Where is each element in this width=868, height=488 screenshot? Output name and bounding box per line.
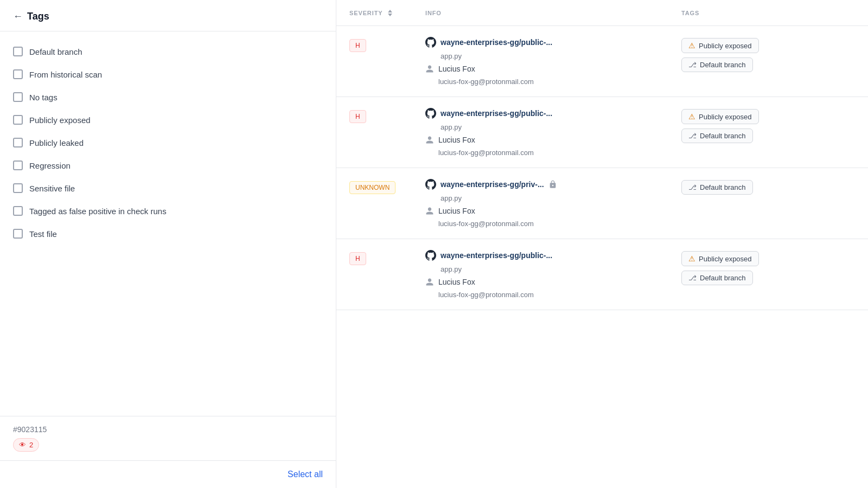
option-label-no_tags: No tags xyxy=(29,93,58,102)
severity-badge: h xyxy=(349,252,366,265)
filter-option[interactable]: No tags xyxy=(0,86,336,108)
table-header: SEVERITY INFO TAGS xyxy=(336,0,868,26)
branch-icon: ⎇ xyxy=(688,183,697,191)
option-label-test_file: Test file xyxy=(29,229,57,239)
checkbox-no_tags[interactable] xyxy=(13,92,23,102)
cell-severity: unknown xyxy=(349,179,425,228)
file-name: app.py xyxy=(441,194,681,202)
checkbox-from_historical_scan[interactable] xyxy=(13,69,23,79)
filter-panel-title: Tags xyxy=(27,11,49,22)
option-label-sensitive_file: Sensitive file xyxy=(29,184,75,193)
filter-option[interactable]: Regression xyxy=(0,154,336,177)
warning-icon: ⚠ xyxy=(688,112,695,121)
back-arrow[interactable]: ← xyxy=(13,11,23,22)
views-badge: 👁 2 xyxy=(13,438,39,452)
filter-option[interactable]: Publicly leaked xyxy=(0,131,336,154)
checkbox-publicly_leaked[interactable] xyxy=(13,138,23,147)
repo-name[interactable]: wayne-enterprises-gg/public-... xyxy=(441,109,552,118)
branch-icon: ⎇ xyxy=(688,61,697,69)
warning-icon: ⚠ xyxy=(688,41,695,50)
main-panel: SEVERITY INFO TAGS hwayne-enterprises-gg… xyxy=(336,0,868,488)
person-icon xyxy=(425,136,434,144)
sort-down-icon xyxy=(388,14,392,16)
option-label-regression: Regression xyxy=(29,161,71,170)
person-icon xyxy=(425,278,434,286)
author-name: Lucius Fox xyxy=(438,65,475,73)
repo-row: wayne-enterprises-gg/public-... xyxy=(425,250,681,261)
github-icon xyxy=(425,108,436,119)
severity-badge: unknown xyxy=(349,181,395,194)
cell-info: wayne-enterprises-gg/public-...app.pyLuc… xyxy=(425,108,681,157)
file-name: app.py xyxy=(441,52,681,60)
sort-up-icon xyxy=(388,10,392,12)
author-email: lucius-fox-gg@protonmail.com xyxy=(438,149,681,157)
cell-info: wayne-enterprises-gg/priv-...app.pyLuciu… xyxy=(425,179,681,228)
tag-label: Default branch xyxy=(700,274,746,282)
tag-badge: ⎇Default branch xyxy=(681,180,753,195)
filter-option[interactable]: Tagged as false positive in check runs xyxy=(0,200,336,222)
table-row[interactable]: hwayne-enterprises-gg/public-...app.pyLu… xyxy=(336,239,868,310)
tag-label: Publicly exposed xyxy=(699,113,752,121)
col-severity-header: SEVERITY xyxy=(349,10,425,16)
cell-severity: h xyxy=(349,108,425,157)
tag-badge: ⎇Default branch xyxy=(681,129,753,143)
tag-label: Default branch xyxy=(700,132,746,140)
branch-icon: ⎇ xyxy=(688,274,697,282)
cell-tags: ⚠Publicly exposed⎇Default branch xyxy=(681,250,855,299)
person-icon xyxy=(425,207,434,215)
tag-label: Publicly exposed xyxy=(699,255,752,263)
checkbox-test_file[interactable] xyxy=(13,229,23,239)
option-label-tagged_as_false_positive: Tagged as false positive in check runs xyxy=(29,207,167,216)
author-email: lucius-fox-gg@protonmail.com xyxy=(438,291,681,299)
cell-tags: ⚠Publicly exposed⎇Default branch xyxy=(681,37,855,86)
repo-name[interactable]: wayne-enterprises-gg/priv-... xyxy=(441,180,544,189)
checkbox-sensitive_file[interactable] xyxy=(13,183,23,193)
repo-name[interactable]: wayne-enterprises-gg/public-... xyxy=(441,38,552,47)
github-icon xyxy=(425,250,436,261)
author-row: Lucius Fox xyxy=(425,207,681,215)
filter-option[interactable]: Default branch xyxy=(0,40,336,63)
warning-icon: ⚠ xyxy=(688,254,695,263)
cell-info: wayne-enterprises-gg/public-...app.pyLuc… xyxy=(425,37,681,86)
tag-badge: ⚠Publicly exposed xyxy=(681,38,759,53)
cell-info: wayne-enterprises-gg/public-...app.pyLuc… xyxy=(425,250,681,299)
file-name: app.py xyxy=(441,123,681,131)
author-row: Lucius Fox xyxy=(425,136,681,144)
table-row[interactable]: unknownwayne-enterprises-gg/priv-...app.… xyxy=(336,168,868,239)
checkbox-tagged_as_false_positive[interactable] xyxy=(13,206,23,216)
repo-row: wayne-enterprises-gg/priv-... xyxy=(425,179,681,190)
table-body: hwayne-enterprises-gg/public-...app.pyLu… xyxy=(336,26,868,488)
tag-label: Publicly exposed xyxy=(699,42,752,50)
filter-option[interactable]: Publicly exposed xyxy=(0,108,336,131)
sort-icon[interactable] xyxy=(388,10,392,16)
repo-row: wayne-enterprises-gg/public-... xyxy=(425,108,681,119)
severity-badge: h xyxy=(349,110,366,123)
author-name: Lucius Fox xyxy=(438,136,475,144)
github-icon xyxy=(425,179,436,190)
checkbox-publicly_exposed[interactable] xyxy=(13,115,23,125)
views-count: 2 xyxy=(29,441,33,449)
table-row[interactable]: hwayne-enterprises-gg/public-...app.pyLu… xyxy=(336,26,868,97)
filter-footer: Select all xyxy=(0,460,336,488)
branch-icon: ⎇ xyxy=(688,132,697,140)
eye-icon: 👁 xyxy=(19,441,26,449)
cell-severity: h xyxy=(349,37,425,86)
table-row[interactable]: hwayne-enterprises-gg/public-...app.pyLu… xyxy=(336,97,868,168)
col-info-header: INFO xyxy=(425,10,681,16)
cell-tags: ⎇Default branch xyxy=(681,179,855,228)
filter-option[interactable]: From historical scan xyxy=(0,63,336,86)
author-name: Lucius Fox xyxy=(438,207,475,215)
checkbox-regression[interactable] xyxy=(13,160,23,170)
filter-panel: ← Tags Default branchFrom historical sca… xyxy=(0,0,336,488)
checkbox-default_branch[interactable] xyxy=(13,47,23,56)
filter-option[interactable]: Sensitive file xyxy=(0,177,336,200)
repo-name[interactable]: wayne-enterprises-gg/public-... xyxy=(441,251,552,260)
select-all-button[interactable]: Select all xyxy=(288,470,323,479)
tag-badge: ⎇Default branch xyxy=(681,57,753,72)
partial-bottom-row: #9023115 👁 2 xyxy=(0,416,336,460)
filter-option[interactable]: Test file xyxy=(0,222,336,245)
tag-badge: ⚠Publicly exposed xyxy=(681,251,759,266)
row-id: #9023115 xyxy=(13,425,323,434)
cell-severity: h xyxy=(349,250,425,299)
github-icon xyxy=(425,37,436,48)
